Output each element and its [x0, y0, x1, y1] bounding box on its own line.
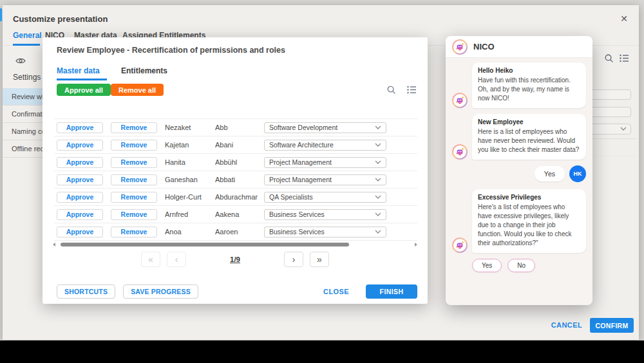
quick-replies: Yes No: [472, 259, 586, 272]
last-name: Aakena: [215, 210, 258, 218]
close-icon[interactable]: ✕: [618, 12, 630, 25]
chevron-down-icon: [375, 143, 381, 147]
department-value: Software Development: [269, 124, 337, 131]
scroll-right-icon[interactable]: [415, 243, 417, 247]
remove-button[interactable]: Remove: [111, 174, 157, 185]
department-value: Business Services: [269, 210, 325, 218]
department-select[interactable]: Software Architecture: [264, 140, 386, 151]
department-select[interactable]: Project Management: [264, 157, 386, 168]
approve-button[interactable]: Approve: [57, 174, 103, 185]
modal-tab-master-data[interactable]: Master data: [57, 66, 100, 75]
department-select[interactable]: Software Development: [264, 122, 386, 133]
remove-button[interactable]: Remove: [111, 209, 157, 220]
remove-button[interactable]: Remove: [111, 227, 157, 237]
nico-avatar-icon: [452, 144, 468, 160]
tab-general[interactable]: General: [13, 31, 42, 40]
message-text: Here's a list of employees who have exce…: [478, 203, 580, 248]
previous-page-button[interactable]: ‹: [167, 252, 186, 267]
table-row: Approve Remove Holger-Curt Abdurachman..…: [54, 189, 417, 206]
approve-button[interactable]: Approve: [57, 122, 103, 133]
first-name: Ganeshan: [165, 176, 215, 183]
first-page-button[interactable]: «: [141, 252, 160, 267]
chat-title: NICO: [473, 42, 495, 51]
pagination: « ‹ 1/9 › »: [43, 252, 428, 267]
dialog-title: Customize presentation: [13, 14, 108, 24]
table-row: Approve Remove Hanita Abbühl Project Man…: [54, 154, 417, 171]
list-view-icon[interactable]: [407, 86, 417, 94]
approve-button[interactable]: Approve: [57, 209, 103, 220]
approve-button[interactable]: Approve: [57, 140, 103, 151]
department-value: Project Management: [269, 176, 332, 183]
chat-header: NICO: [446, 36, 592, 58]
nico-avatar-icon: [452, 39, 468, 55]
chevron-down-icon: [375, 160, 381, 165]
message-title: Excessive Privileges: [478, 194, 580, 201]
confirm-button[interactable]: CONFIRM: [590, 318, 634, 333]
first-name: Kajetan: [165, 141, 215, 149]
last-page-button[interactable]: »: [310, 252, 329, 267]
employee-table: Approve Remove Nezaket Abb Software Deve…: [54, 118, 417, 241]
chevron-down-icon: [375, 195, 381, 200]
scrollbar-thumb[interactable]: [61, 243, 349, 247]
approve-all-button[interactable]: Approve all: [57, 84, 111, 96]
table-row: Approve Remove Kajetan Abani Software Ar…: [54, 136, 417, 154]
user-reply-bubble: Yes: [535, 166, 565, 182]
search-icon[interactable]: [604, 53, 614, 66]
last-name: Aaroen: [215, 228, 258, 236]
close-button[interactable]: CLOSE: [323, 288, 349, 295]
chat-message: New Employee Here is a list of employees…: [452, 114, 586, 160]
last-name: Abb: [215, 124, 258, 131]
chevron-down-icon: [375, 126, 381, 130]
remove-button[interactable]: Remove: [111, 140, 157, 151]
modal-title: Review Employee - Recertification of per…: [57, 46, 285, 55]
modal-tab-entitlements[interactable]: Entitlements: [121, 66, 167, 75]
chevron-down-icon: [375, 178, 381, 182]
modal-active-tab-underline: [57, 79, 107, 80]
remove-button[interactable]: Remove: [111, 192, 157, 203]
cancel-button[interactable]: CANCEL: [551, 321, 582, 329]
last-name: Abani: [215, 141, 258, 149]
department-select[interactable]: Business Services: [264, 209, 386, 220]
department-select[interactable]: QA Specialists: [264, 192, 386, 203]
review-employee-modal: Review Employee - Recertification of per…: [43, 37, 428, 304]
chat-message: Hello Heiko Have fun with this recertifi…: [452, 62, 586, 108]
finish-button[interactable]: FINISH: [366, 284, 417, 299]
chat-message: Excessive Privileges Here's a list of em…: [452, 189, 586, 253]
eye-icon[interactable]: [15, 55, 26, 67]
user-reply-row: Yes HK: [452, 165, 586, 182]
modal-footer: SHORTCUTS SAVE PROGRESS CLOSE FINISH: [57, 284, 417, 299]
table-row: Approve Remove Nezaket Abb Software Deve…: [54, 119, 417, 136]
department-value: QA Specialists: [269, 193, 313, 201]
first-name: Nezaket: [165, 124, 215, 131]
quick-reply-no-button[interactable]: No: [507, 259, 535, 272]
remove-all-button[interactable]: Remove all: [111, 84, 164, 96]
scroll-left-icon[interactable]: [53, 243, 55, 247]
table-row: Approve Remove Arnfred Aakena Business S…: [54, 206, 417, 223]
department-select[interactable]: Project Management: [264, 174, 386, 185]
search-icon[interactable]: [386, 85, 396, 95]
remove-button[interactable]: Remove: [111, 157, 157, 168]
page-indicator[interactable]: 1/9: [230, 256, 240, 263]
approve-button[interactable]: Approve: [57, 227, 103, 237]
chevron-down-icon: [375, 230, 381, 234]
settings-heading: Settings: [13, 73, 41, 82]
shortcuts-button[interactable]: SHORTCUTS: [57, 284, 115, 299]
nico-avatar-icon: [452, 237, 468, 253]
remove-button[interactable]: Remove: [111, 122, 157, 133]
approve-button[interactable]: Approve: [57, 157, 103, 168]
first-name: Hanita: [165, 158, 215, 166]
approve-button[interactable]: Approve: [57, 192, 103, 203]
last-name: Abdurachman...: [215, 193, 258, 201]
quick-reply-yes-button[interactable]: Yes: [472, 259, 502, 272]
list-view-icon[interactable]: [620, 53, 629, 65]
focus-accent-bar: [0, 8, 2, 21]
last-name: Abbühl: [215, 158, 258, 166]
chevron-down-icon: [375, 212, 381, 217]
department-select[interactable]: Business Services: [264, 227, 386, 237]
department-value: Business Services: [269, 228, 325, 236]
save-progress-button[interactable]: SAVE PROGRESS: [123, 284, 198, 299]
divider: [587, 156, 638, 156]
chevron-down-icon: [620, 127, 627, 131]
department-value: Project Management: [269, 158, 332, 166]
next-page-button[interactable]: ›: [284, 252, 303, 267]
